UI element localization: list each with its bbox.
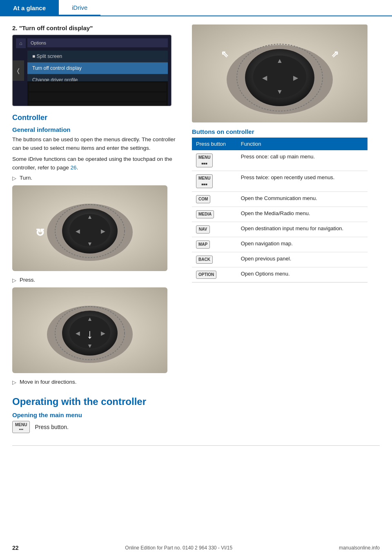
tab-at-a-glance[interactable]: At a glance (0, 0, 59, 16)
button-cell: MENU■■■ (192, 171, 237, 192)
general-info-body2: Some iDrive functions can be operated us… (12, 155, 180, 172)
controller-image-turn: ▲ ▼ ◀ ▶ ↺ ↺ (12, 185, 167, 271)
svg-text:↺: ↺ (36, 227, 45, 239)
button-cell: NAV (192, 222, 237, 237)
button-badge: COM (196, 195, 210, 203)
svg-text:▶: ▶ (101, 330, 105, 336)
button-badge: MENU■■■ (196, 174, 213, 188)
function-cell: Open destination input menu for navigati… (237, 222, 368, 237)
bullet-arrow-icon: ▷ (12, 175, 16, 181)
menu-item-split-screen: ■ Split screen (27, 51, 168, 62)
svg-text:◀: ◀ (76, 228, 80, 234)
svg-text:▲: ▲ (87, 316, 93, 322)
table-row: NAVOpen destination input menu for navig… (192, 222, 368, 237)
svg-text:▶: ▶ (101, 228, 105, 234)
function-cell: Open previous panel. (237, 252, 368, 267)
svg-text:↓: ↓ (87, 327, 93, 341)
main-content: 2. "Turn off control display" ❬ ⌂ Option… (0, 16, 392, 388)
table-row: MEDIAOpen the Media/Radio menu. (192, 207, 368, 222)
svg-text:▼: ▼ (87, 342, 93, 349)
table-row: BACKOpen previous panel. (192, 252, 368, 267)
function-cell: Press once: call up main menu. (237, 150, 368, 171)
bullet-arrow-move-icon: ▷ (12, 379, 16, 385)
right-top-controller-image: ▲ ▼ ◀ ▶ ⇖ ⇗ (192, 24, 368, 122)
controller-turn-svg: ▲ ▼ ◀ ▶ ↺ ↺ (12, 185, 167, 271)
step-number: 2. "Turn off control display" (12, 24, 180, 31)
svg-text:▶: ▶ (293, 74, 298, 81)
button-cell: MENU■■■ (192, 150, 237, 171)
table-row: OPTIONOpen Options menu. (192, 267, 368, 282)
menu-button-badge: MENU▪▪▪ (12, 421, 30, 433)
press-button-text: Press button. (35, 424, 69, 430)
bullet-move: ▷ Move in four directions. (12, 379, 180, 385)
table-row: MENU■■■Press once: call up main menu. (192, 150, 368, 171)
opening-menu-title: Opening the main menu (12, 411, 380, 418)
menu-item-turn-off: Turn off control display (27, 62, 168, 74)
button-cell: MAP (192, 237, 237, 252)
bullet-turn: ▷ Turn. (12, 175, 180, 181)
svg-text:▲: ▲ (276, 57, 283, 64)
table-row: COMOpen the Communication menu. (192, 192, 368, 207)
button-badge: MENU■■■ (196, 153, 213, 167)
tab-idrive[interactable]: iDrive (59, 0, 100, 16)
svg-text:▲: ▲ (87, 214, 93, 220)
table-row: MAPOpen navigation map. (192, 237, 368, 252)
button-cell: BACK (192, 252, 237, 267)
table-header-row: Press button Function (192, 138, 368, 150)
button-cell: OPTION (192, 267, 237, 282)
bullet-arrow-press-icon: ▷ (12, 277, 16, 283)
right-column: ▲ ▼ ◀ ▶ ⇖ ⇗ Buttons on controller Press … (188, 24, 392, 388)
right-top-svg: ▲ ▼ ◀ ▶ ⇖ ⇗ (192, 24, 368, 122)
svg-text:▼: ▼ (276, 88, 283, 95)
button-badge: BACK (196, 256, 213, 264)
svg-text:◀: ◀ (262, 74, 267, 81)
bullet-press: ▷ Press. (12, 277, 180, 283)
footer: 22 Online Edition for Part no. 0140 2 96… (0, 545, 392, 551)
opening-menu-row: MENU▪▪▪ Press button. (12, 421, 380, 433)
footer-line (12, 445, 380, 446)
menu-items: ■ Split screen Turn off control display … (27, 51, 168, 86)
footer-copyright: Online Edition for Part no. 0140 2 964 3… (125, 545, 232, 551)
page-header: At a glance iDrive (0, 0, 392, 16)
svg-text:⇖: ⇖ (221, 49, 228, 59)
page-link[interactable]: 26 (71, 165, 77, 171)
left-arrow-icon: ❬ (13, 60, 24, 81)
table-header-function: Function (237, 138, 368, 150)
options-bar: Options (27, 38, 168, 47)
function-cell: Open the Communication menu. (237, 192, 368, 207)
button-badge: NAV (196, 225, 210, 234)
function-cell: Open the Media/Radio menu. (237, 207, 368, 222)
function-cell: Open navigation map. (237, 237, 368, 252)
table-header-press-button: Press button (192, 138, 237, 150)
screen-bottom (27, 81, 168, 106)
button-badge: MEDIA (196, 210, 214, 218)
left-column: 2. "Turn off control display" ❬ ⌂ Option… (0, 24, 188, 388)
screen-mockup: ❬ ⌂ Options ■ Split screen Turn off cont… (12, 35, 172, 106)
controller-section-title: Controller (12, 113, 180, 122)
controller-image-press: ▲ ▼ ◀ ▶ ↓ (12, 287, 167, 373)
button-badge: MAP (196, 240, 210, 249)
table-row: MENU■■■Press twice: open recently used m… (192, 171, 368, 192)
footer-website: manualsonline.info (339, 545, 380, 551)
buttons-section-title: Buttons on controller (192, 128, 384, 135)
general-info-title: General information (12, 126, 180, 133)
svg-text:▼: ▼ (87, 240, 93, 247)
function-cell: Press twice: open recently used menus. (237, 171, 368, 192)
general-info-body1: The buttons can be used to open the menu… (12, 136, 180, 153)
button-badge: OPTION (196, 271, 216, 279)
button-cell: COM (192, 192, 237, 207)
home-icon: ⌂ (16, 38, 26, 48)
bottom-section: Operating with the controller Opening th… (0, 396, 392, 433)
button-cell: MEDIA (192, 207, 237, 222)
controller-press-svg: ▲ ▼ ◀ ▶ ↓ (12, 287, 167, 373)
svg-text:◀: ◀ (76, 330, 80, 336)
page-number: 22 (12, 545, 19, 551)
svg-text:⇗: ⇗ (331, 49, 339, 59)
operating-section-title: Operating with the controller (12, 396, 380, 407)
function-cell: Open Options menu. (237, 267, 368, 282)
buttons-table: Press button Function MENU■■■Press once:… (192, 138, 368, 282)
